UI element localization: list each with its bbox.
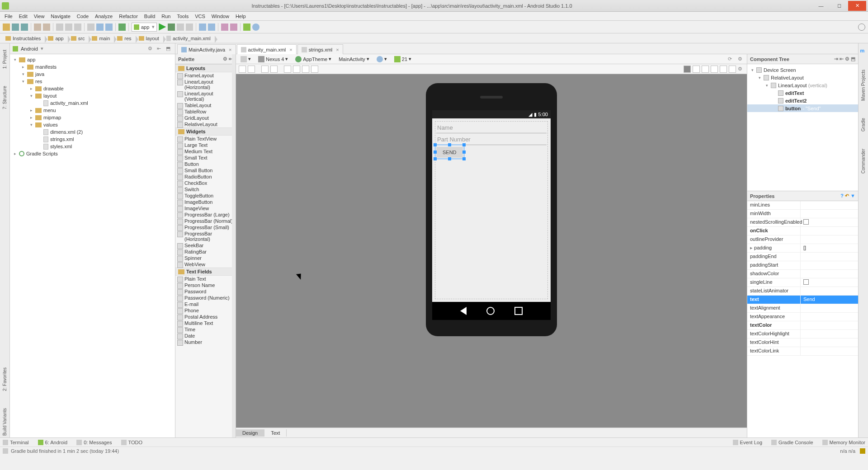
memorymonitor-tab[interactable]: Memory Monitor [822,440,865,445]
palette-item[interactable]: ProgressBar (Large) [175,212,236,218]
sdk-icon[interactable] [208,24,215,31]
send-button[interactable]: SEND [436,147,463,158]
filter-icon[interactable]: ▼ [850,193,855,198]
property-row[interactable]: minWidth [747,210,858,218]
file-tab[interactable]: activity_main.xml× [237,44,297,54]
crumb[interactable]: layout [136,35,164,42]
property-row[interactable]: ▸ padding[] [747,244,858,253]
property-row[interactable]: textSend [747,296,858,304]
expand-icon[interactable]: ⇥ [834,56,838,61]
file-tab[interactable]: MainActivity.java× [177,44,236,54]
menu-view[interactable]: View [31,13,47,20]
close-tab-icon[interactable]: × [289,47,292,52]
collapse-icon[interactable]: ⇤ [157,46,163,52]
zoom-in-icon[interactable] [702,66,709,73]
component-tree[interactable]: ▾Device Screen▾RelativeLayout▾LinearLayo… [747,64,858,191]
palette-item[interactable]: Number [175,339,236,345]
palette-item[interactable]: GridLayout [175,115,236,121]
sync-icon[interactable] [221,24,228,31]
saveall-icon[interactable] [21,24,28,31]
ddms-icon[interactable] [243,24,250,31]
tree-node[interactable]: strings.xml [10,136,175,143]
maximize-button[interactable]: ◻ [830,1,848,11]
minimize-button[interactable]: — [812,1,830,11]
menu-analyze[interactable]: Analyze [92,13,115,20]
palette-item[interactable]: ImageButton [175,199,236,205]
attach-icon[interactable] [177,24,184,31]
palette-item[interactable]: Plain TextView [175,136,236,142]
tree-node[interactable]: ▾res [10,78,175,85]
layout-icon[interactable] [239,66,246,73]
tab-design[interactable]: Design [236,429,264,437]
component-node[interactable]: editText [747,89,858,97]
menu-refactor[interactable]: Refactor [116,13,141,20]
property-row[interactable]: textColorLink [747,347,858,356]
palette-item[interactable]: CheckBox [175,180,236,186]
monitor-icon[interactable] [230,24,237,31]
cut-icon[interactable] [56,24,63,31]
tree-node[interactable]: ▾layout [10,92,175,99]
maven-tab[interactable]: Maven Projects [861,68,866,103]
palette-item[interactable]: Password (Numeric) [175,295,236,301]
debug-icon[interactable] [168,24,175,31]
palette-item[interactable]: RadioButton [175,174,236,180]
crumb[interactable]: activity_main.xml [164,35,215,42]
component-node[interactable]: button - "Send" [747,104,858,112]
tree-node[interactable]: ▸manifests [10,63,175,70]
help-icon[interactable]: ? [840,193,844,198]
palette-item[interactable]: RelativeLayout [175,121,236,127]
menu-help[interactable]: Help [233,13,249,20]
property-row[interactable]: minLines [747,201,858,210]
palette-item[interactable]: LinearLayout (Horizontal) [175,79,236,90]
undo-icon[interactable] [34,24,41,31]
forward-icon[interactable] [105,24,113,31]
palette-item[interactable]: Switch [175,186,236,193]
tree-node[interactable]: ▸drawable [10,85,175,92]
close-tab-icon[interactable]: × [336,47,339,52]
palette-item[interactable]: Multiline Text [175,320,236,326]
component-node[interactable]: editText2 [747,97,858,104]
structure-tab[interactable]: 7: Structure [2,84,7,111]
palette-item[interactable]: ProgressBar (Normal) [175,218,236,224]
palette-item[interactable]: E-mail [175,301,236,307]
component-node[interactable]: ▾RelativeLayout [747,74,858,81]
property-row[interactable]: shadowColor [747,270,858,278]
project-tree[interactable]: ▾app▸manifests▾java▾res▸drawable▾layouta… [10,54,175,437]
palette-item[interactable]: ProgressBar (Small) [175,224,236,230]
menu-window[interactable]: Window [209,13,232,20]
align-icon[interactable] [261,66,269,73]
refresh-icon[interactable] [729,66,736,73]
menu-tools[interactable]: Tools [174,13,191,20]
project-view-label[interactable]: Android [21,46,38,52]
gradleconsole-tab[interactable]: Gradle Console [771,440,813,445]
save-icon[interactable] [12,24,19,31]
crumb[interactable]: Instructables [3,35,45,42]
terminal-tab[interactable]: Terminal [3,440,29,445]
scrollbar[interactable] [232,54,236,437]
tab-text[interactable]: Text [264,429,287,437]
close-button[interactable]: ✕ [848,1,866,11]
relativelayout-preview[interactable]: Name Part Number SEND [435,121,548,299]
menu-build[interactable]: Build [142,13,158,20]
crumb[interactable]: main [89,35,114,42]
hide-icon[interactable]: ⬒ [851,56,855,61]
tree-node[interactable]: dimens.xml (2) [10,128,175,136]
palette-list[interactable]: LayoutsFrameLayoutLinearLayout (Horizont… [175,64,236,437]
palette-item[interactable]: Medium Text [175,148,236,155]
menu-navigate[interactable]: Navigate [48,13,73,20]
palette-item[interactable]: Small Button [175,167,236,174]
search-icon[interactable] [858,24,865,31]
android-tab[interactable]: 6: Android [38,440,68,445]
palette-item[interactable]: Large Text [175,142,236,148]
menu-code[interactable]: Code [74,13,91,20]
collapse-icon[interactable]: ⇤ [840,56,844,61]
menu-edit[interactable]: Edit [16,13,30,20]
menu-run[interactable]: Run [159,13,173,20]
find-icon[interactable] [87,24,94,31]
property-row[interactable]: textColorHighlight [747,330,858,338]
menu-file[interactable]: File [2,13,15,20]
gear-icon[interactable]: ⚙ [738,56,744,62]
palette-item[interactable]: ImageView [175,205,236,212]
distribute-icon[interactable] [311,66,318,73]
run-config-selector[interactable]: app ▾ [132,23,157,32]
